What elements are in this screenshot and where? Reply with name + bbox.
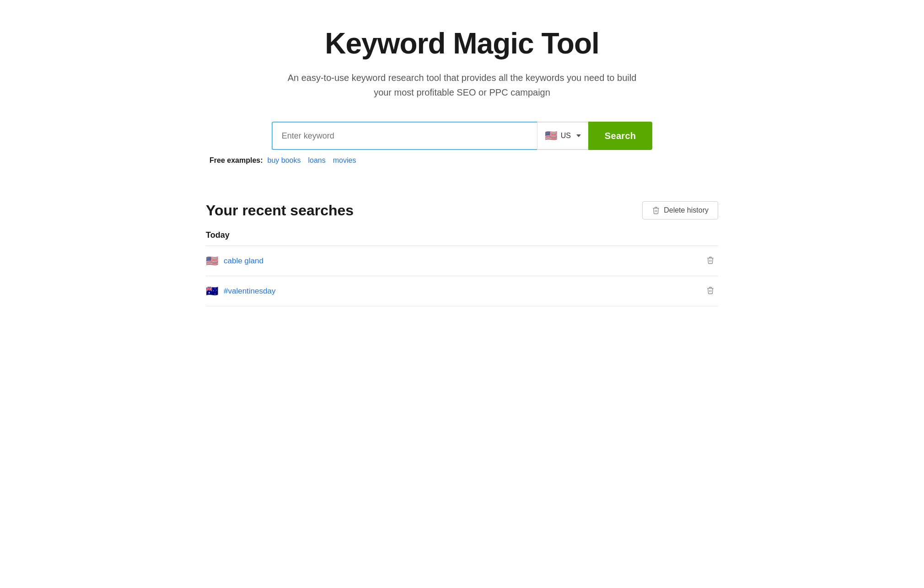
trash-icon [652, 206, 660, 214]
recent-searches-section: Your recent searches Delete history Toda… [206, 201, 718, 306]
history-keyword-link-valentinesday[interactable]: #valentinesday [224, 287, 275, 296]
search-area: 🇺🇸 US Search Free examples: buy books lo… [206, 122, 718, 165]
history-flag-au: 🇦🇺 [206, 285, 218, 297]
page-title: Keyword Magic Tool [206, 27, 718, 59]
delete-item-button-cable-gland[interactable] [703, 254, 718, 267]
history-flag-us: 🇺🇸 [206, 255, 218, 267]
page-subtitle: An easy-to-use keyword research tool tha… [284, 70, 640, 100]
examples-row: Free examples: buy books loans movies [210, 156, 363, 165]
history-item-valentinesday: 🇦🇺 #valentinesday [206, 276, 718, 306]
delete-history-label: Delete history [664, 206, 709, 214]
country-code-label: US [561, 132, 571, 140]
chevron-down-icon [576, 134, 581, 137]
example-link-movies[interactable]: movies [333, 156, 356, 165]
example-link-buy-books[interactable]: buy books [268, 156, 301, 165]
recent-searches-header: Your recent searches Delete history [206, 201, 718, 219]
search-button[interactable]: Search [588, 122, 653, 150]
delete-history-button[interactable]: Delete history [642, 201, 718, 219]
trash-icon-cable-gland [706, 256, 714, 264]
free-examples-label: Free examples: [210, 156, 263, 165]
country-flag-icon: 🇺🇸 [545, 130, 557, 142]
search-row: 🇺🇸 US Search [272, 122, 653, 150]
recent-searches-title: Your recent searches [206, 202, 354, 219]
history-item-cable-gland: 🇺🇸 cable gland [206, 246, 718, 276]
history-item-left-2: 🇦🇺 #valentinesday [206, 285, 275, 297]
trash-icon-valentinesday [706, 286, 714, 294]
history-item-left: 🇺🇸 cable gland [206, 255, 263, 267]
page-container: Keyword Magic Tool An easy-to-use keywor… [188, 0, 736, 325]
delete-item-button-valentinesday[interactable] [703, 284, 718, 298]
history-keyword-link-cable-gland[interactable]: cable gland [224, 257, 263, 266]
country-selector[interactable]: 🇺🇸 US [537, 122, 588, 150]
keyword-input[interactable] [272, 122, 537, 150]
example-link-loans[interactable]: loans [308, 156, 325, 165]
hero-section: Keyword Magic Tool An easy-to-use keywor… [206, 27, 718, 165]
today-label: Today [206, 230, 718, 240]
